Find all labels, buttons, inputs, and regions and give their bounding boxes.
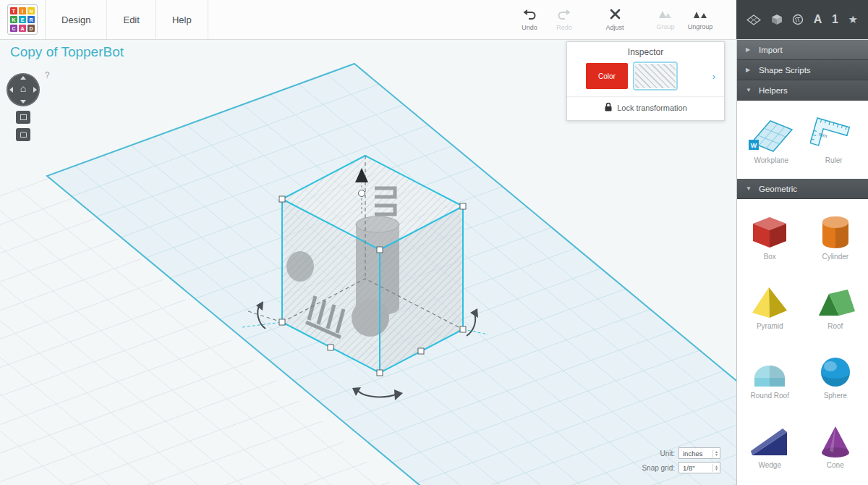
logo-tile: T — [10, 7, 17, 14]
svg-text:W: W — [751, 142, 757, 149]
transparent-material-swatch[interactable] — [634, 63, 676, 89]
top-right-panel: A 1 ★ — [736, 0, 868, 39]
shapes-library-icon[interactable] — [771, 14, 783, 25]
fit-view-icon — [20, 114, 27, 120]
logo-tile: N — [27, 7, 35, 14]
ungroup-icon — [693, 9, 707, 22]
fit-view-button[interactable] — [16, 111, 30, 124]
shape-cylinder-label: Cylinder — [822, 253, 848, 261]
tinkercad-app: T I N K E R C A D Design Edit Help Undo — [0, 0, 868, 485]
adjust-icon — [610, 9, 621, 22]
shape-sphere[interactable]: Sphere — [815, 354, 856, 400]
ungroup-button[interactable]: Ungroup — [683, 9, 718, 30]
wedge-shape-icon — [749, 423, 790, 458]
undo-label: Undo — [522, 24, 537, 31]
snap-grid-select[interactable]: 1/8" ▲▼ — [678, 462, 720, 473]
geometric-shapes-list: Box Cylinder Pyramid — [737, 199, 868, 485]
menu-design[interactable]: Design — [46, 0, 107, 39]
shape-sphere-label: Sphere — [824, 392, 847, 400]
zoom-button[interactable] — [16, 128, 30, 141]
shape-box[interactable]: Box — [749, 215, 790, 261]
shape-wedge[interactable]: Wedge — [749, 423, 790, 469]
section-helpers[interactable]: ▼ Helpers — [737, 80, 868, 101]
expand-icon: ▶ — [746, 46, 752, 53]
section-import[interactable]: ▶ Import — [737, 40, 868, 60]
help-icon[interactable]: ? — [45, 70, 50, 80]
logo-tile: K — [10, 16, 17, 23]
orbit-control[interactable]: ⌂ — [7, 73, 40, 106]
redo-button[interactable]: Redo — [547, 9, 582, 31]
notification-count[interactable]: 1 — [832, 13, 838, 26]
section-shape-scripts[interactable]: ▶ Shape Scripts — [737, 60, 868, 80]
zoom-icon — [20, 132, 27, 138]
section-helpers-label: Helpers — [759, 86, 788, 95]
box-faces[interactable] — [282, 156, 463, 373]
snap-spinner-icon[interactable]: ▲▼ — [712, 464, 720, 472]
shape-pyramid[interactable]: Pyramid — [749, 284, 790, 330]
logo-tile: A — [19, 25, 26, 32]
tinkercad-logo[interactable]: T I N K E R C A D — [7, 4, 38, 35]
workplane-toggle-icon[interactable] — [746, 14, 761, 25]
unit-spinner-icon[interactable]: ▲▼ — [712, 450, 720, 457]
section-shape-scripts-label: Shape Scripts — [759, 66, 811, 75]
logo-tile: I — [19, 7, 26, 14]
cylinder-shape-icon — [815, 215, 856, 250]
inspector-title: Inspector — [567, 42, 724, 61]
undo-button[interactable]: Undo — [512, 9, 547, 31]
shape-roof-label: Roof — [827, 322, 843, 330]
shape-cone-label: Cone — [827, 461, 844, 469]
group-label: Group — [656, 23, 674, 30]
section-import-label: Import — [759, 46, 783, 54]
main-menu: Design Edit Help — [45, 0, 208, 39]
adjust-button[interactable]: Adjust — [597, 9, 632, 31]
account-initial[interactable]: A — [814, 13, 822, 26]
snap-grid-label: Snap grid: — [642, 464, 675, 472]
group-button[interactable]: Group — [648, 9, 683, 30]
shape-round-roof[interactable]: Round Roof — [749, 354, 790, 400]
undo-icon — [523, 9, 536, 22]
section-geometric[interactable]: ▼ Geometric — [737, 179, 868, 199]
lock-label: Lock transformation — [617, 104, 687, 112]
sphere-shape-icon — [815, 354, 856, 389]
shape-box-label: Box — [764, 253, 776, 261]
ruler-helper-icon: mm — [810, 115, 858, 153]
helper-workplane[interactable]: W Workplane — [747, 115, 795, 164]
workplane-label: Workplane — [754, 156, 788, 164]
pyramid-shape-icon — [749, 284, 790, 319]
home-view-icon[interactable]: ⌂ — [7, 83, 40, 93]
helpers-list: W Workplane mm Ruler — [737, 101, 868, 179]
expand-icon: ▶ — [746, 67, 752, 73]
rotate-down-icon[interactable] — [20, 100, 26, 104]
menu-help[interactable]: Help — [156, 0, 208, 39]
shape-cone[interactable]: Cone — [815, 423, 856, 469]
lock-transformation-toggle[interactable]: Lock transformation — [567, 96, 724, 120]
logo-tile: C — [10, 25, 17, 32]
shape-cylinder[interactable]: Cylinder — [815, 215, 856, 261]
roof-shape-icon — [815, 284, 856, 319]
unit-label: Unit: — [660, 450, 675, 457]
menu-edit[interactable]: Edit — [107, 0, 156, 39]
community-icon[interactable] — [792, 14, 804, 25]
round-roof-shape-icon — [749, 354, 790, 389]
design-canvas[interactable]: Copy of TopperBot ? ⌂ — [0, 40, 736, 485]
height-handle-dot[interactable] — [359, 190, 365, 197]
unit-controls: Unit: inches ▲▼ Snap grid: 1/8" ▲▼ — [642, 447, 720, 473]
redo-label: Redo — [556, 24, 572, 31]
model-3d[interactable] — [242, 138, 488, 442]
ungroup-label: Ungroup — [688, 23, 713, 30]
rotate-up-icon[interactable] — [20, 76, 26, 80]
shape-roof[interactable]: Roof — [815, 284, 856, 330]
snap-grid-value: 1/8" — [683, 464, 695, 472]
color-swatch[interactable]: Color — [586, 63, 628, 89]
inspector-panel: Inspector Color › Lock transformation — [566, 41, 725, 121]
unit-select[interactable]: inches ▲▼ — [678, 447, 720, 459]
favorites-star-icon[interactable]: ★ — [848, 13, 858, 26]
redo-icon — [558, 9, 571, 22]
workplane-helper-icon: W — [747, 115, 795, 153]
design-title[interactable]: Copy of TopperBot — [10, 44, 124, 60]
more-materials-icon[interactable]: › — [712, 71, 718, 82]
lock-icon — [604, 102, 613, 114]
helper-ruler[interactable]: mm Ruler — [810, 115, 858, 164]
section-geometric-label: Geometric — [759, 185, 797, 193]
cone-shape-icon — [815, 423, 856, 458]
